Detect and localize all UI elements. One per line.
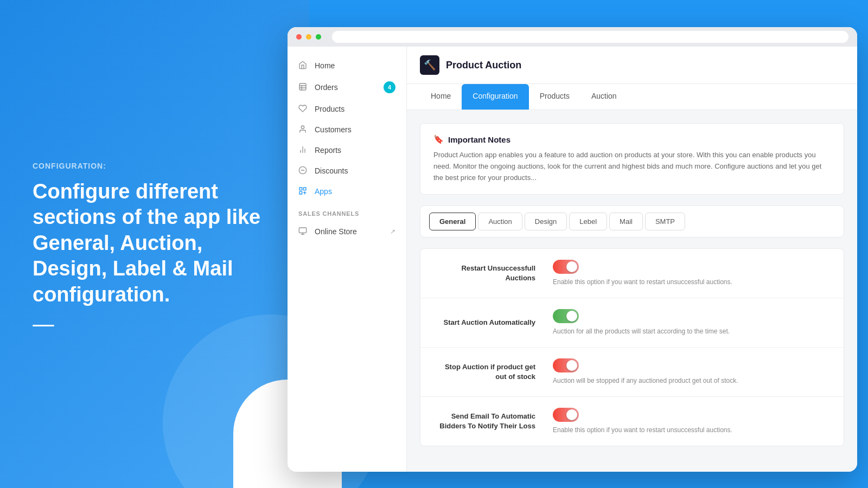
- content-area: 🔖 Important Notes Product Auction app en…: [407, 110, 857, 459]
- sidebar-label-customers: Customers: [315, 125, 352, 134]
- config-description: Configure different sections of the app …: [33, 179, 277, 308]
- setting-toggle-row-start: [553, 309, 831, 323]
- tab-configuration[interactable]: Configuration: [462, 84, 528, 110]
- notes-icon: 🔖: [433, 134, 444, 144]
- setting-right-restart: Enable this option if you want to restar…: [553, 260, 831, 287]
- notes-title: 🔖 Important Notes: [433, 134, 831, 144]
- reports-icon: [298, 145, 308, 155]
- toggle-email[interactable]: [553, 408, 579, 422]
- discounts-icon: [298, 166, 308, 176]
- setting-right-stop: Auction will be stopped if any auctioned…: [553, 358, 831, 386]
- setting-desc-email: Enable this option if you want to restar…: [553, 425, 831, 435]
- setting-right-email: Enable this option if you want to restar…: [553, 408, 831, 435]
- svg-rect-12: [299, 191, 302, 194]
- page-header: 🔨 Product Auction: [407, 47, 857, 84]
- svg-rect-10: [299, 188, 302, 190]
- toggle-knob-stop: [566, 360, 577, 371]
- browser-url-bar: [332, 31, 848, 43]
- svg-rect-0: [299, 84, 306, 90]
- setting-toggle-row-stop: [553, 358, 831, 373]
- toggle-knob-email: [566, 409, 577, 420]
- config-label: CONFIGURATION:: [33, 162, 277, 170]
- orders-badge: 4: [384, 81, 395, 93]
- config-tab-mail[interactable]: Mail: [609, 213, 643, 230]
- app-layout: Home Orders 4 Products: [288, 47, 857, 472]
- main-content: 🔨 Product Auction Home Configuration Pro…: [407, 47, 857, 472]
- sidebar-label-online-store: Online Store: [315, 227, 357, 236]
- toggle-start[interactable]: [553, 309, 579, 323]
- toggle-stop[interactable]: [553, 358, 579, 373]
- setting-row-start: Start Auction Automatically Auction for …: [420, 298, 844, 348]
- setting-label-email: Send Email To Automatic Bidders To Notif…: [433, 412, 553, 431]
- sidebar-item-orders[interactable]: Orders 4: [288, 76, 406, 99]
- setting-right-start: Auction for all the products will start …: [553, 309, 831, 336]
- nav-tabs: Home Configuration Products Auction: [407, 84, 857, 110]
- setting-desc-stop: Auction will be stopped if any auctioned…: [553, 376, 831, 386]
- sidebar-label-reports: Reports: [315, 146, 341, 155]
- config-tab-smtp[interactable]: SMTP: [645, 213, 685, 230]
- svg-point-4: [301, 126, 304, 129]
- products-icon: [298, 104, 308, 114]
- sales-channels-title: SALES CHANNELS: [288, 202, 406, 221]
- sidebar: Home Orders 4 Products: [288, 47, 407, 472]
- setting-label-start: Start Auction Automatically: [433, 318, 553, 328]
- toggle-restart[interactable]: [553, 260, 579, 274]
- setting-desc-start: Auction for all the products will start …: [553, 326, 831, 336]
- sidebar-label-discounts: Discounts: [315, 166, 348, 175]
- tab-home[interactable]: Home: [420, 84, 462, 110]
- config-tabs: General Auction Design Lebel Mail SMTP: [420, 206, 844, 237]
- home-icon: [298, 61, 308, 70]
- browser-frame: Home Orders 4 Products: [288, 27, 857, 472]
- notes-card: 🔖 Important Notes Product Auction app en…: [420, 123, 844, 195]
- svg-rect-11: [303, 188, 306, 190]
- setting-desc-restart: Enable this option if you want to restar…: [553, 277, 831, 287]
- toggle-knob-start: [566, 311, 577, 322]
- sidebar-label-home: Home: [315, 61, 335, 70]
- settings-card: Restart Unsuccessfull Auctions Enable th…: [420, 248, 844, 446]
- setting-toggle-row-restart: [553, 260, 831, 274]
- sidebar-item-apps[interactable]: Apps: [288, 181, 406, 202]
- notes-text: Product Auction app enables you a featur…: [433, 150, 831, 183]
- setting-row-stop: Stop Auction if product get out of stock…: [420, 348, 844, 397]
- setting-row-email: Send Email To Automatic Bidders To Notif…: [420, 397, 844, 446]
- config-tab-auction[interactable]: Auction: [478, 213, 522, 230]
- toggle-knob-restart: [566, 261, 577, 272]
- page-title: Product Auction: [446, 60, 521, 71]
- setting-label-restart: Restart Unsuccessfull Auctions: [433, 264, 553, 283]
- apps-icon: [298, 187, 308, 196]
- external-link-icon: ↗: [390, 228, 395, 235]
- config-tab-general[interactable]: General: [429, 213, 476, 230]
- config-tab-design[interactable]: Design: [525, 213, 567, 230]
- sidebar-item-discounts[interactable]: Discounts: [288, 160, 406, 181]
- sidebar-label-orders: Orders: [315, 83, 338, 92]
- browser-minimize-dot: [306, 34, 311, 40]
- svg-rect-15: [299, 228, 306, 233]
- browser-close-dot: [296, 34, 302, 40]
- sidebar-label-products: Products: [315, 105, 344, 113]
- setting-toggle-row-email: [553, 408, 831, 422]
- browser-bar: [288, 27, 857, 47]
- sidebar-item-customers[interactable]: Customers: [288, 119, 406, 140]
- tab-products[interactable]: Products: [529, 84, 580, 110]
- auction-icon: 🔨: [420, 55, 439, 75]
- setting-label-stop: Stop Auction if product get out of stock: [433, 362, 553, 382]
- setting-row-restart: Restart Unsuccessfull Auctions Enable th…: [420, 249, 844, 298]
- sidebar-label-apps: Apps: [315, 187, 332, 196]
- orders-icon: [298, 82, 308, 92]
- online-store-icon: [298, 227, 308, 236]
- sidebar-item-products[interactable]: Products: [288, 99, 406, 119]
- sidebar-item-online-store[interactable]: Online Store ↗: [288, 221, 406, 242]
- customers-icon: [298, 125, 308, 134]
- divider: [33, 325, 54, 326]
- sidebar-item-reports[interactable]: Reports: [288, 140, 406, 160]
- tab-auction[interactable]: Auction: [580, 84, 628, 110]
- browser-maximize-dot: [316, 34, 321, 40]
- config-tab-label[interactable]: Lebel: [569, 213, 607, 230]
- sidebar-item-home[interactable]: Home: [288, 55, 406, 76]
